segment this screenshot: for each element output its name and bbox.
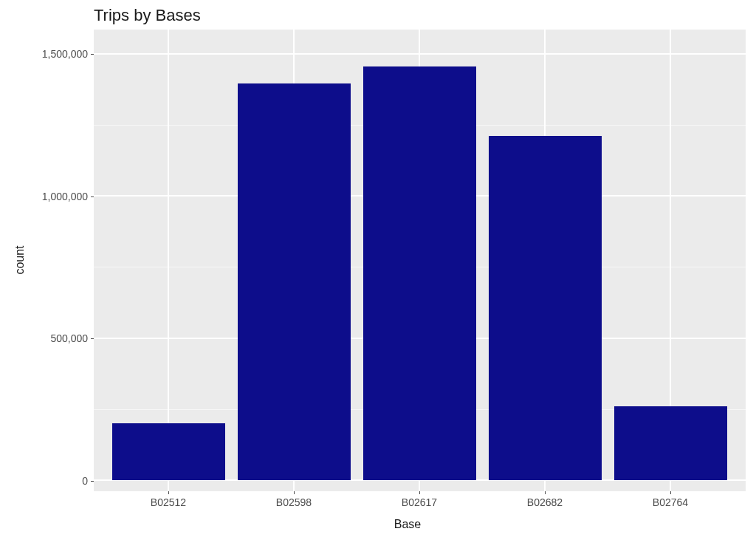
y-axis-label: count xyxy=(13,245,27,274)
grid-v-0 xyxy=(168,30,169,491)
chart-container: Trips by Bases 0 500,000 1,000,000 1,500… xyxy=(0,0,756,540)
x-tick-label-0: B02512 xyxy=(151,496,186,508)
y-tick-mark-1 xyxy=(91,338,94,339)
chart-title: Trips by Bases xyxy=(94,6,201,25)
x-tick-label-2: B02617 xyxy=(402,496,437,508)
bar-b02682 xyxy=(489,136,602,480)
x-tick-mark-4 xyxy=(670,491,671,494)
y-tick-mark-0 xyxy=(91,481,94,482)
y-tick-label-2: 1,000,000 xyxy=(42,191,88,202)
bar-b02617 xyxy=(363,66,476,480)
x-tick-label-3: B02682 xyxy=(527,496,563,508)
bar-b02764 xyxy=(614,406,727,480)
x-tick-mark-2 xyxy=(419,491,420,494)
bar-b02598 xyxy=(238,83,351,480)
y-tick-label-3: 1,500,000 xyxy=(42,48,88,60)
x-tick-label-4: B02764 xyxy=(653,496,688,508)
x-tick-mark-1 xyxy=(294,491,295,494)
x-axis-label: Base xyxy=(394,518,421,531)
y-tick-label-0: 0 xyxy=(82,475,88,487)
plot-area xyxy=(94,30,746,491)
x-tick-mark-3 xyxy=(545,491,546,494)
y-tick-label-1: 500,000 xyxy=(50,332,88,344)
x-tick-label-1: B02598 xyxy=(276,496,312,508)
y-tick-mark-3 xyxy=(91,54,94,55)
x-tick-mark-0 xyxy=(168,491,169,494)
bar-b02512 xyxy=(112,423,225,480)
y-tick-mark-2 xyxy=(91,196,94,197)
